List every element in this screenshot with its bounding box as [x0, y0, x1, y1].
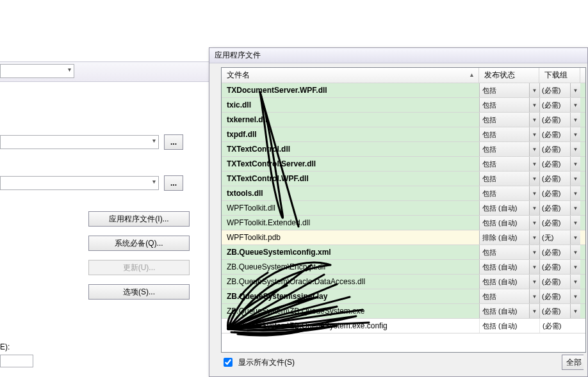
chevron-down-icon[interactable]: ▼ — [570, 289, 580, 303]
table-row[interactable]: TXTextControl.Server.dll包括▼(必需)▼ — [222, 157, 585, 172]
cell-status[interactable]: 包括 (自动) — [479, 319, 539, 333]
show-all-files-input[interactable] — [224, 358, 233, 367]
table-row[interactable]: WPFToolkit.dll包括 (自动)▼(必需)▼ — [222, 201, 585, 216]
chevron-down-icon[interactable]: ▼ — [570, 245, 580, 259]
left-small-combo[interactable] — [0, 64, 74, 78]
prereq-button[interactable]: 系统必备(Q)... — [88, 236, 190, 251]
chevron-down-icon[interactable]: ▼ — [529, 172, 539, 186]
show-all-files-checkbox[interactable]: 显示所有文件(S) — [221, 356, 295, 369]
chevron-down-icon[interactable]: ▼ — [570, 216, 580, 230]
cell-group[interactable]: (必需)▼ — [539, 142, 580, 156]
cell-group[interactable]: (无)▼ — [539, 230, 580, 245]
cell-status[interactable]: 包括▼ — [479, 83, 539, 97]
table-row[interactable]: TXTextControl.dll包括▼(必需)▼ — [222, 142, 585, 157]
chevron-down-icon[interactable]: ▼ — [529, 216, 539, 230]
chevron-down-icon[interactable]: ▼ — [570, 275, 580, 289]
cell-group[interactable]: (必需)▼ — [539, 289, 580, 303]
chevron-down-icon[interactable]: ▼ — [529, 186, 539, 200]
browse-button-2[interactable]: ... — [164, 175, 183, 191]
cell-status[interactable]: 排除 (自动)▼ — [479, 230, 539, 245]
chevron-down-icon[interactable]: ▼ — [570, 157, 580, 171]
chevron-down-icon[interactable]: ▼ — [529, 245, 539, 259]
chevron-down-icon[interactable]: ▼ — [570, 113, 580, 127]
table-row[interactable]: ZB.QueueSystem\ssinet.lay包括▼(必需)▼ — [222, 289, 585, 304]
cell-status[interactable]: 包括▼ — [479, 127, 539, 141]
table-row[interactable]: TXDocumentServer.WPF.dll包括▼(必需)▼ — [222, 83, 585, 98]
cell-group[interactable]: (必需)▼ — [539, 172, 580, 186]
chevron-down-icon[interactable]: ▼ — [529, 113, 539, 127]
left-input-e[interactable] — [0, 355, 33, 367]
cell-group[interactable]: (必需) — [539, 319, 580, 333]
cell-status[interactable]: 包括 (自动)▼ — [479, 260, 539, 274]
column-filename[interactable]: 文件名 ▲ — [222, 68, 479, 83]
cell-filename: WPFToolkit.Extended.dll — [222, 218, 479, 227]
app-files-button[interactable]: 应用程序文件(I)... — [88, 211, 190, 227]
chevron-down-icon[interactable]: ▼ — [529, 230, 539, 245]
cell-status[interactable]: 包括▼ — [479, 157, 539, 171]
options-button[interactable]: 选项(S)... — [88, 284, 190, 300]
cell-group[interactable]: (必需)▼ — [539, 260, 580, 274]
chevron-down-icon[interactable]: ▼ — [570, 304, 580, 318]
cell-group[interactable]: (必需)▼ — [539, 98, 580, 112]
reset-all-button[interactable]: 全部 — [562, 355, 584, 370]
table-row[interactable]: txkernel.dll包括▼(必需)▼ — [222, 113, 585, 127]
table-row[interactable]: ZB.QueueSystem\Oracle.DataAccess.dll包括 (… — [222, 275, 585, 289]
cell-group[interactable]: (必需)▼ — [539, 157, 580, 171]
cell-status[interactable]: 包括▼ — [479, 98, 539, 112]
table-row[interactable]: txic.dll包括▼(必需)▼ — [222, 98, 585, 113]
chevron-down-icon[interactable]: ▼ — [529, 260, 539, 274]
cell-group[interactable]: (必需)▼ — [539, 304, 580, 318]
cell-status[interactable]: 包括 (自动)▼ — [479, 275, 539, 289]
cell-status[interactable]: 包括▼ — [479, 142, 539, 156]
table-row[interactable]: WPFToolkit.Extended.dll包括 (自动)▼(必需)▼ — [222, 216, 585, 230]
table-row[interactable]: WPFToolkit.pdb排除 (自动)▼(无)▼ — [222, 230, 585, 245]
cell-status[interactable]: 包括 (自动)▼ — [479, 304, 539, 318]
chevron-down-icon[interactable]: ▼ — [570, 98, 580, 112]
table-row[interactable]: ZB.QueueSystem\ZB.QueueSystem.exe包括 (自动)… — [222, 304, 585, 319]
chevron-down-icon[interactable]: ▼ — [570, 142, 580, 156]
browse-button-1[interactable]: ... — [164, 134, 183, 150]
chevron-down-icon[interactable]: ▼ — [529, 83, 539, 97]
table-row[interactable]: ZB.QueueSystem\ZB.QueueSystem.exe.config… — [222, 319, 585, 333]
chevron-down-icon[interactable]: ▼ — [570, 260, 580, 274]
cell-group[interactable]: (必需)▼ — [539, 216, 580, 230]
cell-status[interactable]: 包括 (自动)▼ — [479, 216, 539, 230]
chevron-down-icon[interactable]: ▼ — [570, 83, 580, 97]
left-combo-2[interactable] — [0, 176, 159, 190]
cell-status[interactable]: 包括▼ — [479, 113, 539, 127]
cell-status[interactable]: 包括 (自动)▼ — [479, 201, 539, 215]
column-group[interactable]: 下载组 — [539, 68, 580, 83]
chevron-down-icon[interactable]: ▼ — [529, 98, 539, 112]
cell-group[interactable]: (必需)▼ — [539, 127, 580, 141]
chevron-down-icon[interactable]: ▼ — [529, 142, 539, 156]
chevron-down-icon[interactable]: ▼ — [570, 127, 580, 141]
table-row[interactable]: TXTextControl.WPF.dll包括▼(必需)▼ — [222, 172, 585, 186]
left-combo-1[interactable] — [0, 135, 159, 149]
chevron-down-icon[interactable]: ▼ — [529, 157, 539, 171]
cell-status[interactable]: 包括▼ — [479, 289, 539, 303]
chevron-down-icon[interactable]: ▼ — [529, 201, 539, 215]
chevron-down-icon[interactable]: ▼ — [529, 127, 539, 141]
cell-group[interactable]: (必需)▼ — [539, 201, 580, 215]
chevron-down-icon[interactable]: ▼ — [529, 275, 539, 289]
cell-group[interactable]: (必需)▼ — [539, 245, 580, 259]
table-row[interactable]: ZB.QueueSystem\Encrypt.dll包括 (自动)▼(必需)▼ — [222, 260, 585, 275]
cell-status[interactable]: 包括▼ — [479, 172, 539, 186]
cell-group[interactable]: (必需)▼ — [539, 186, 580, 200]
cell-status[interactable]: 包括▼ — [479, 245, 539, 259]
cell-status[interactable]: 包括▼ — [479, 186, 539, 200]
cell-group[interactable]: (必需)▼ — [539, 83, 580, 97]
cell-group[interactable]: (必需)▼ — [539, 113, 580, 127]
cell-group[interactable]: (必需)▼ — [539, 275, 580, 289]
chevron-down-icon[interactable]: ▼ — [570, 201, 580, 215]
chevron-down-icon[interactable]: ▼ — [529, 289, 539, 303]
table-row[interactable]: txtools.dll包括▼(必需)▼ — [222, 186, 585, 201]
chevron-down-icon[interactable]: ▼ — [529, 304, 539, 318]
table-row[interactable]: ZB.QueueSystem\config.xml包括▼(必需)▼ — [222, 245, 585, 260]
table-row[interactable]: txpdf.dll包括▼(必需)▼ — [222, 127, 585, 142]
chevron-down-icon[interactable]: ▼ — [570, 172, 580, 186]
dialog-titlebar[interactable]: 应用程序文件 — [209, 48, 587, 63]
column-status[interactable]: 发布状态 — [479, 68, 539, 83]
chevron-down-icon[interactable]: ▼ — [570, 186, 580, 200]
chevron-down-icon[interactable]: ▼ — [570, 230, 580, 245]
